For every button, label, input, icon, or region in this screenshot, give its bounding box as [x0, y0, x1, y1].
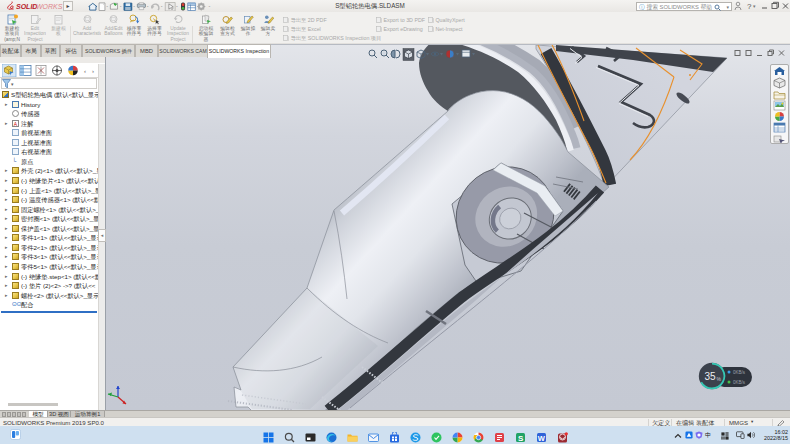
svg-text:S: S	[518, 434, 524, 443]
svg-text:-: -	[120, 3, 122, 9]
svg-text:W: W	[538, 434, 546, 443]
svg-text:?: ?	[747, 2, 752, 11]
svg-text:0KB/s: 0KB/s	[733, 380, 746, 385]
svg-text:35: 35	[705, 371, 717, 382]
svg-text:WORKS: WORKS	[36, 3, 63, 10]
svg-text:-: -	[161, 3, 163, 9]
svg-text:-: -	[106, 3, 108, 9]
svg-text:▾: ▾	[753, 3, 756, 9]
svg-text:-: -	[208, 3, 210, 9]
svg-text:-: -	[147, 3, 149, 9]
svg-text:-: -	[133, 3, 135, 9]
svg-text:0KB/s: 0KB/s	[733, 370, 746, 375]
svg-text:%: %	[717, 376, 722, 382]
svg-text:SOLID: SOLID	[16, 3, 37, 10]
svg-text:-: -	[176, 3, 178, 9]
svg-text:‹: ‹	[84, 68, 86, 74]
svg-text:›: ›	[92, 68, 94, 74]
